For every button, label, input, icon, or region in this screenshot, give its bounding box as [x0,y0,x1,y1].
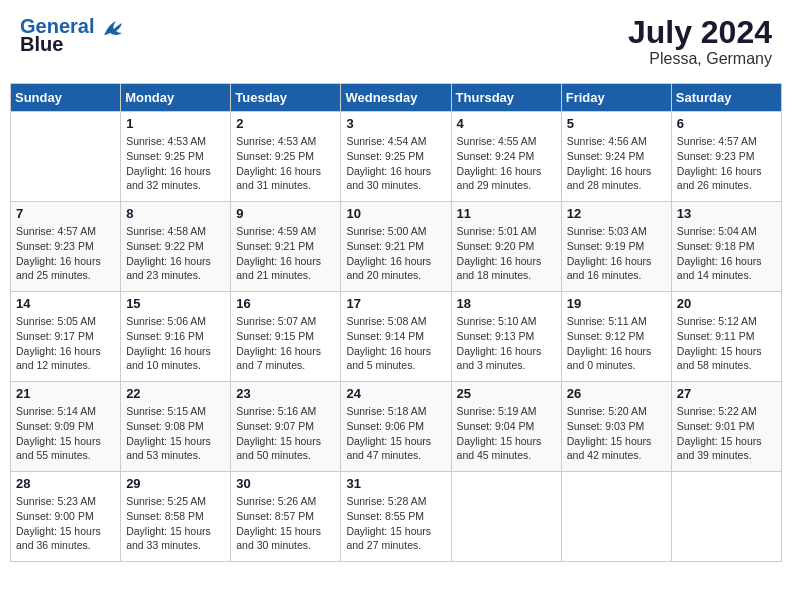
day-number: 19 [567,296,666,311]
day-number: 23 [236,386,335,401]
calendar-cell: 23Sunrise: 5:16 AMSunset: 9:07 PMDayligh… [231,382,341,472]
calendar-cell: 30Sunrise: 5:26 AMSunset: 8:57 PMDayligh… [231,472,341,562]
calendar-cell: 1Sunrise: 4:53 AMSunset: 9:25 PMDaylight… [121,112,231,202]
calendar-cell: 15Sunrise: 5:06 AMSunset: 9:16 PMDayligh… [121,292,231,382]
day-number: 9 [236,206,335,221]
logo: General Blue [20,15,124,56]
day-info: Sunrise: 5:19 AMSunset: 9:04 PMDaylight:… [457,404,556,463]
calendar-cell: 8Sunrise: 4:58 AMSunset: 9:22 PMDaylight… [121,202,231,292]
calendar-cell: 16Sunrise: 5:07 AMSunset: 9:15 PMDayligh… [231,292,341,382]
day-info: Sunrise: 5:23 AMSunset: 9:00 PMDaylight:… [16,494,115,553]
calendar-cell: 5Sunrise: 4:56 AMSunset: 9:24 PMDaylight… [561,112,671,202]
calendar-cell: 11Sunrise: 5:01 AMSunset: 9:20 PMDayligh… [451,202,561,292]
day-info: Sunrise: 5:20 AMSunset: 9:03 PMDaylight:… [567,404,666,463]
day-info: Sunrise: 5:15 AMSunset: 9:08 PMDaylight:… [126,404,225,463]
day-number: 17 [346,296,445,311]
column-header-friday: Friday [561,84,671,112]
calendar-cell [561,472,671,562]
calendar-cell: 4Sunrise: 4:55 AMSunset: 9:24 PMDaylight… [451,112,561,202]
day-info: Sunrise: 5:12 AMSunset: 9:11 PMDaylight:… [677,314,776,373]
day-number: 25 [457,386,556,401]
day-number: 7 [16,206,115,221]
calendar-cell: 19Sunrise: 5:11 AMSunset: 9:12 PMDayligh… [561,292,671,382]
calendar-cell: 3Sunrise: 4:54 AMSunset: 9:25 PMDaylight… [341,112,451,202]
day-info: Sunrise: 5:14 AMSunset: 9:09 PMDaylight:… [16,404,115,463]
day-info: Sunrise: 5:06 AMSunset: 9:16 PMDaylight:… [126,314,225,373]
column-header-thursday: Thursday [451,84,561,112]
day-number: 1 [126,116,225,131]
day-number: 22 [126,386,225,401]
calendar-cell [671,472,781,562]
day-info: Sunrise: 4:54 AMSunset: 9:25 PMDaylight:… [346,134,445,193]
title-section: July 2024 Plessa, Germany [628,15,772,68]
day-number: 14 [16,296,115,311]
day-number: 24 [346,386,445,401]
day-info: Sunrise: 4:58 AMSunset: 9:22 PMDaylight:… [126,224,225,283]
day-number: 21 [16,386,115,401]
day-info: Sunrise: 4:59 AMSunset: 9:21 PMDaylight:… [236,224,335,283]
column-header-wednesday: Wednesday [341,84,451,112]
calendar-cell: 18Sunrise: 5:10 AMSunset: 9:13 PMDayligh… [451,292,561,382]
day-info: Sunrise: 5:18 AMSunset: 9:06 PMDaylight:… [346,404,445,463]
calendar-header-row: SundayMondayTuesdayWednesdayThursdayFrid… [11,84,782,112]
day-number: 31 [346,476,445,491]
day-number: 13 [677,206,776,221]
day-info: Sunrise: 4:55 AMSunset: 9:24 PMDaylight:… [457,134,556,193]
logo-bird-icon [102,19,124,37]
calendar-cell: 28Sunrise: 5:23 AMSunset: 9:00 PMDayligh… [11,472,121,562]
day-number: 15 [126,296,225,311]
calendar-cell: 27Sunrise: 5:22 AMSunset: 9:01 PMDayligh… [671,382,781,472]
day-info: Sunrise: 5:08 AMSunset: 9:14 PMDaylight:… [346,314,445,373]
calendar-cell [11,112,121,202]
calendar-week-row: 21Sunrise: 5:14 AMSunset: 9:09 PMDayligh… [11,382,782,472]
day-number: 26 [567,386,666,401]
calendar-cell: 7Sunrise: 4:57 AMSunset: 9:23 PMDaylight… [11,202,121,292]
day-info: Sunrise: 5:11 AMSunset: 9:12 PMDaylight:… [567,314,666,373]
day-number: 18 [457,296,556,311]
month-year-title: July 2024 [628,15,772,50]
day-info: Sunrise: 5:28 AMSunset: 8:55 PMDaylight:… [346,494,445,553]
day-number: 11 [457,206,556,221]
day-info: Sunrise: 5:10 AMSunset: 9:13 PMDaylight:… [457,314,556,373]
day-info: Sunrise: 5:25 AMSunset: 8:58 PMDaylight:… [126,494,225,553]
calendar-week-row: 14Sunrise: 5:05 AMSunset: 9:17 PMDayligh… [11,292,782,382]
calendar-cell: 17Sunrise: 5:08 AMSunset: 9:14 PMDayligh… [341,292,451,382]
day-number: 10 [346,206,445,221]
day-number: 30 [236,476,335,491]
calendar-cell: 22Sunrise: 5:15 AMSunset: 9:08 PMDayligh… [121,382,231,472]
calendar-cell: 25Sunrise: 5:19 AMSunset: 9:04 PMDayligh… [451,382,561,472]
column-header-monday: Monday [121,84,231,112]
day-info: Sunrise: 5:16 AMSunset: 9:07 PMDaylight:… [236,404,335,463]
day-info: Sunrise: 4:53 AMSunset: 9:25 PMDaylight:… [126,134,225,193]
day-info: Sunrise: 5:26 AMSunset: 8:57 PMDaylight:… [236,494,335,553]
calendar-cell: 2Sunrise: 4:53 AMSunset: 9:25 PMDaylight… [231,112,341,202]
day-number: 29 [126,476,225,491]
column-header-tuesday: Tuesday [231,84,341,112]
day-number: 8 [126,206,225,221]
day-info: Sunrise: 4:53 AMSunset: 9:25 PMDaylight:… [236,134,335,193]
day-info: Sunrise: 5:07 AMSunset: 9:15 PMDaylight:… [236,314,335,373]
day-info: Sunrise: 5:05 AMSunset: 9:17 PMDaylight:… [16,314,115,373]
calendar-cell: 29Sunrise: 5:25 AMSunset: 8:58 PMDayligh… [121,472,231,562]
calendar-week-row: 1Sunrise: 4:53 AMSunset: 9:25 PMDaylight… [11,112,782,202]
day-number: 28 [16,476,115,491]
day-info: Sunrise: 5:22 AMSunset: 9:01 PMDaylight:… [677,404,776,463]
day-number: 16 [236,296,335,311]
calendar-cell: 24Sunrise: 5:18 AMSunset: 9:06 PMDayligh… [341,382,451,472]
day-info: Sunrise: 4:56 AMSunset: 9:24 PMDaylight:… [567,134,666,193]
day-number: 5 [567,116,666,131]
day-number: 20 [677,296,776,311]
day-info: Sunrise: 5:00 AMSunset: 9:21 PMDaylight:… [346,224,445,283]
calendar-cell: 20Sunrise: 5:12 AMSunset: 9:11 PMDayligh… [671,292,781,382]
day-info: Sunrise: 5:04 AMSunset: 9:18 PMDaylight:… [677,224,776,283]
calendar-cell: 14Sunrise: 5:05 AMSunset: 9:17 PMDayligh… [11,292,121,382]
calendar-cell: 13Sunrise: 5:04 AMSunset: 9:18 PMDayligh… [671,202,781,292]
calendar-cell: 9Sunrise: 4:59 AMSunset: 9:21 PMDaylight… [231,202,341,292]
day-number: 6 [677,116,776,131]
day-number: 2 [236,116,335,131]
calendar-cell: 26Sunrise: 5:20 AMSunset: 9:03 PMDayligh… [561,382,671,472]
column-header-sunday: Sunday [11,84,121,112]
calendar-week-row: 7Sunrise: 4:57 AMSunset: 9:23 PMDaylight… [11,202,782,292]
calendar-cell: 31Sunrise: 5:28 AMSunset: 8:55 PMDayligh… [341,472,451,562]
calendar-cell [451,472,561,562]
